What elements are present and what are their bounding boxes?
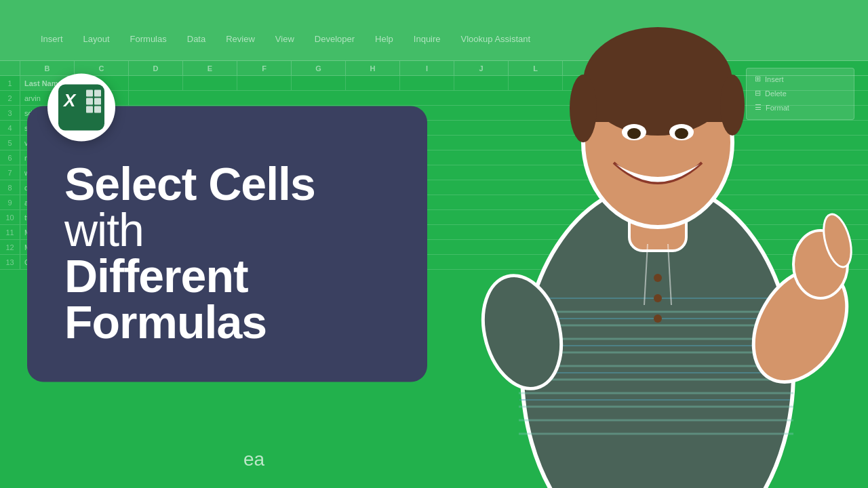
cell-f1 (237, 76, 292, 90)
cell-e1 (183, 76, 237, 90)
excel-grid-icon (86, 90, 101, 113)
col-g: G (292, 61, 346, 75)
grid-cell-1 (86, 90, 93, 97)
svg-rect-23 (583, 81, 732, 122)
excel-x-letter: X (64, 90, 75, 111)
col-h: H (346, 61, 400, 75)
cell-h1 (346, 76, 400, 90)
col-f: F (237, 61, 292, 75)
cell-d1 (129, 76, 183, 90)
grid-cell-4 (94, 98, 101, 105)
title-line-with: with (64, 207, 390, 253)
svg-point-29 (675, 128, 688, 139)
svg-point-28 (627, 128, 641, 139)
svg-point-24 (570, 75, 597, 142)
title-line-different: Different (64, 253, 390, 299)
title-line-formulas: Formulas (64, 299, 390, 345)
tab-view: View (275, 34, 294, 44)
grid-cell-6 (94, 106, 101, 113)
person-figure (434, 0, 868, 488)
tab-formulas: Formulas (130, 34, 167, 44)
col-e: E (183, 61, 237, 75)
col-d: D (129, 61, 183, 75)
grid-cell-2 (94, 90, 101, 97)
title-card: X Select Cells with Different Formulas (27, 106, 427, 382)
tab-developer: Developer (315, 34, 355, 44)
svg-point-34 (654, 314, 662, 323)
tab-data: Data (187, 34, 205, 44)
tab-insert: Insert (41, 34, 63, 44)
row-num-header (0, 61, 20, 75)
cell-g1 (292, 76, 346, 90)
excel-logo: X (47, 74, 115, 142)
svg-point-33 (654, 294, 662, 302)
row-num-2: 2 (0, 91, 20, 105)
svg-point-25 (720, 75, 745, 136)
col-b: B (20, 61, 75, 75)
grid-cell-5 (86, 106, 93, 113)
excel-icon: X (58, 85, 104, 131)
row-num-1: 1 (0, 76, 20, 90)
bottom-text: ea (243, 449, 264, 470)
title-line-select-cells: Select Cells (64, 161, 390, 207)
grid-cell-3 (86, 98, 93, 105)
svg-point-32 (654, 274, 662, 282)
tab-layout: Layout (83, 34, 110, 44)
tab-review: Review (226, 34, 255, 44)
tab-help: Help (375, 34, 393, 44)
